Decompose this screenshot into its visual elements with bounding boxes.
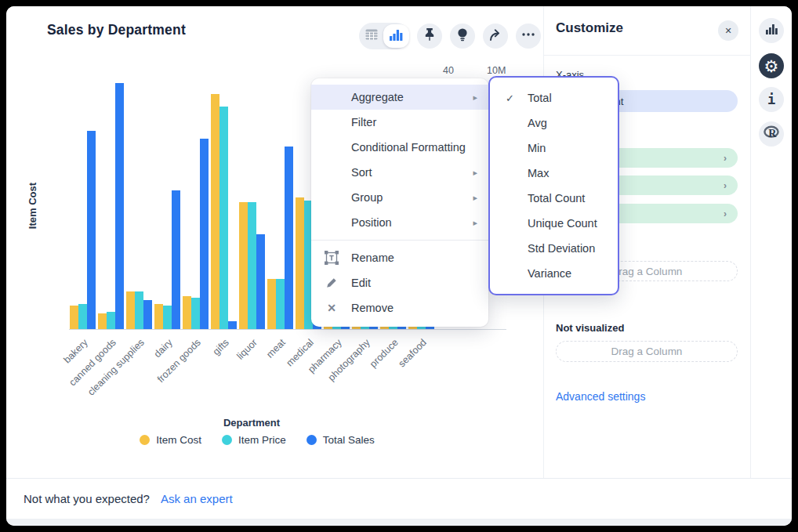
insights-button[interactable] [450, 24, 475, 49]
bar-item-cost-cleaning-supplies[interactable] [126, 291, 135, 329]
submenu-item-max[interactable]: Max [490, 161, 618, 186]
submenu-item-avg[interactable]: Avg [490, 110, 618, 136]
rename-icon [325, 251, 339, 265]
x-axis-line [69, 329, 506, 330]
advanced-settings-link[interactable]: Advanced settings [556, 390, 645, 403]
submenu-arrow-icon: ▸ [473, 193, 477, 203]
menu-item-sort[interactable]: Sort▸ [311, 160, 488, 185]
bar-item-cost-frozen-goods[interactable] [183, 296, 191, 329]
close-panel-button[interactable]: ✕ [718, 20, 738, 41]
bar-item-cost-canned-goods[interactable] [98, 313, 107, 329]
bar-item-cost-liquor[interactable] [239, 202, 248, 329]
submenu-item-min[interactable]: Min [490, 136, 618, 161]
legend-item-total-sales[interactable]: Total Sales [307, 434, 375, 446]
x-axis-title: Department [173, 417, 330, 429]
menu-item-label: Remove [351, 302, 394, 314]
legend-label: Total Sales [323, 434, 375, 446]
bar-item-cost-medical[interactable] [296, 197, 304, 329]
submenu-item-label: Std Deviation [528, 242, 595, 255]
bar-total-sales-cleaning-supplies[interactable] [143, 300, 152, 329]
bar-total-sales-meat[interactable] [285, 147, 293, 329]
svg-text:R: R [768, 128, 777, 139]
ask-an-expert-link[interactable]: Ask an expert [161, 492, 233, 505]
bar-total-sales-frozen-goods[interactable] [200, 139, 209, 329]
submenu-item-unique-count[interactable]: Unique Count [490, 211, 618, 236]
screenshot-stage: Sales by Department [0, 0, 798, 532]
footer-question: Not what you expected? [24, 492, 150, 505]
drop-zone-label: Drag a Column [611, 266, 683, 277]
info-rail-button[interactable]: i [759, 87, 784, 112]
r-logo-rail-button[interactable]: R [759, 121, 784, 147]
menu-item-aggregate[interactable]: Aggregate▸ [311, 85, 488, 110]
legend-dot [222, 435, 232, 445]
share-button[interactable] [483, 24, 508, 49]
submenu-arrow-icon: ▸ [473, 168, 477, 178]
menu-item-group[interactable]: Group▸ [311, 185, 488, 210]
bar-item-price-frozen-goods[interactable] [191, 298, 200, 329]
menu-item-conditional-formatting[interactable]: Conditional Formatting [311, 135, 488, 160]
menu-item-label: Edit [351, 277, 371, 289]
bar-item-price-meat[interactable] [276, 279, 285, 329]
bar-total-sales-liquor[interactable] [256, 234, 265, 329]
bar-total-sales-bakery[interactable] [87, 131, 96, 329]
bar-total-sales-dairy[interactable] [172, 190, 180, 329]
legend-dot [140, 435, 150, 445]
pin-button[interactable] [417, 24, 442, 49]
view-toggle[interactable] [359, 23, 409, 49]
submenu-item-label: Total [528, 92, 552, 104]
submenu-item-label: Max [528, 167, 549, 179]
table-view-icon [365, 29, 378, 43]
menu-item-label: Rename [351, 252, 394, 264]
menu-item-label: Group [351, 191, 383, 204]
panel-title: Customize [556, 20, 623, 36]
menu-item-remove[interactable]: ✕Remove [311, 295, 488, 320]
menu-divider [311, 240, 488, 241]
settings-rail-button[interactable]: ⚙ [759, 53, 784, 78]
legend-label: Item Price [238, 434, 286, 446]
pin-icon [422, 27, 437, 45]
legend-item-item-cost[interactable]: Item Cost [140, 434, 201, 446]
more-options-button[interactable] [516, 24, 541, 49]
info-icon: i [767, 92, 775, 107]
share-icon [488, 27, 503, 45]
bar-item-cost-bakery[interactable] [70, 306, 78, 329]
menu-item-label: Filter [351, 116, 376, 128]
chart-rail-button[interactable] [759, 18, 784, 43]
menu-item-label: Position [351, 216, 392, 229]
bar-item-cost-dairy[interactable] [154, 304, 163, 329]
bar-item-price-liquor[interactable] [248, 202, 256, 329]
menu-item-label: Aggregate [351, 91, 404, 103]
menu-item-position[interactable]: Position▸ [311, 210, 488, 235]
submenu-item-total[interactable]: ✓Total [490, 85, 618, 110]
bar-item-cost-meat[interactable] [267, 279, 276, 329]
bar-total-sales-canned-goods[interactable] [115, 83, 124, 329]
bar-item-price-gifts[interactable] [219, 107, 228, 329]
bar-item-price-dairy[interactable] [163, 306, 172, 329]
submenu-item-std-deviation[interactable]: Std Deviation [490, 236, 618, 261]
table-view-button[interactable] [359, 23, 383, 49]
not-visualized-drop-zone[interactable]: Drag a Column [556, 341, 738, 362]
submenu-item-total-count[interactable]: Total Count [490, 186, 618, 211]
chart-toolbar [359, 23, 541, 49]
menu-item-edit[interactable]: Edit [311, 270, 488, 295]
submenu-arrow-icon: ▸ [473, 218, 477, 228]
menu-item-rename[interactable]: Rename [311, 245, 488, 270]
bar-item-price-bakery[interactable] [78, 304, 87, 329]
chart-view-button[interactable] [383, 24, 409, 48]
footer-bar: Not what you expected? Ask an expert [6, 478, 792, 519]
bar-item-cost-gifts[interactable] [211, 94, 219, 329]
bar-item-price-cleaning-supplies[interactable] [135, 291, 143, 329]
app-window: Sales by Department [6, 6, 792, 526]
submenu-item-label: Avg [528, 117, 547, 129]
bar-total-sales-gifts[interactable] [228, 321, 237, 329]
legend-item-item-price[interactable]: Item Price [222, 434, 286, 446]
menu-item-filter[interactable]: Filter [311, 110, 488, 135]
submenu-item-variance[interactable]: Variance [490, 261, 618, 286]
submenu-item-label: Unique Count [528, 217, 597, 230]
panel-divider [544, 55, 751, 56]
chevron-right-icon: › [724, 180, 727, 191]
bar-item-price-canned-goods[interactable] [107, 312, 115, 329]
chart-legend: Item CostItem PriceTotal Sales [6, 434, 508, 446]
bar-chart-view-icon [390, 29, 403, 44]
legend-dot [307, 435, 317, 445]
